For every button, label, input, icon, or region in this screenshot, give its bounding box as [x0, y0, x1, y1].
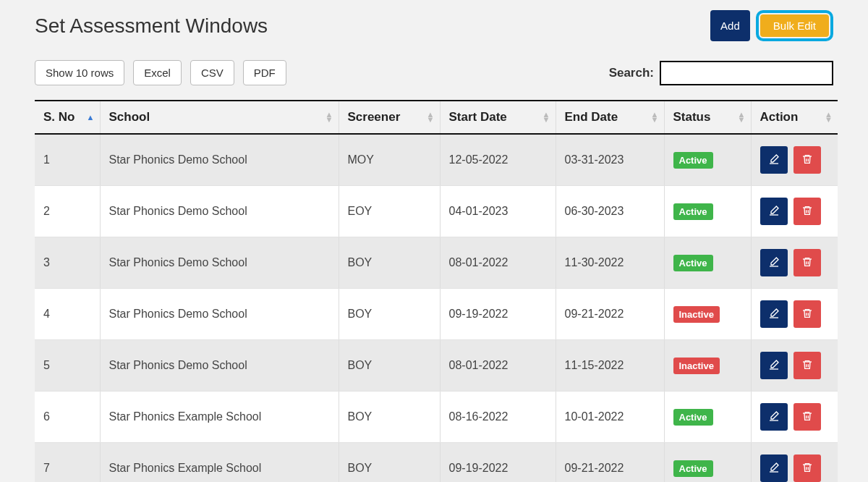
- sort-icon: ▲▼: [326, 112, 333, 122]
- table-row: 4Star Phonics Demo SchoolBOY09-19-202209…: [35, 289, 838, 340]
- col-header-action-label: Action: [760, 110, 799, 124]
- sort-icon: ▲▼: [825, 112, 832, 122]
- trash-icon: [801, 205, 813, 219]
- add-button[interactable]: Add: [710, 10, 750, 41]
- table-row: 3Star Phonics Demo SchoolBOY08-01-202211…: [35, 237, 838, 289]
- cell-action: [751, 443, 838, 483]
- show-rows-button[interactable]: Show 10 rows: [35, 60, 124, 85]
- cell-sno: 5: [35, 340, 100, 392]
- edit-icon: [768, 308, 780, 321]
- sort-icon: ▲▼: [651, 112, 658, 122]
- sort-asc-icon: ▲: [87, 115, 94, 120]
- edit-button[interactable]: [760, 454, 788, 482]
- edit-icon: [768, 256, 780, 270]
- cell-school: Star Phonics Example School: [100, 392, 339, 443]
- edit-button[interactable]: [760, 403, 788, 431]
- edit-icon: [768, 205, 780, 219]
- cell-action: [751, 186, 838, 237]
- status-badge: Active: [673, 203, 713, 220]
- cell-start-date: 09-19-2022: [440, 443, 556, 483]
- cell-school: Star Phonics Demo School: [100, 134, 339, 186]
- table-row: 2Star Phonics Demo SchoolEOY04-01-202306…: [35, 186, 838, 237]
- cell-end-date: 11-30-2022: [556, 237, 664, 289]
- col-header-screener-label: Screener: [348, 110, 401, 124]
- cell-screener: BOY: [339, 392, 440, 443]
- export-csv-button[interactable]: CSV: [190, 60, 234, 85]
- table-row: 1Star Phonics Demo SchoolMOY12-05-202203…: [35, 134, 838, 186]
- delete-button[interactable]: [793, 403, 821, 431]
- delete-button[interactable]: [793, 198, 821, 225]
- sort-icon: ▲▼: [427, 112, 434, 122]
- cell-end-date: 03-31-2023: [556, 134, 664, 186]
- col-header-end-label: End Date: [565, 110, 618, 124]
- edit-button[interactable]: [760, 198, 788, 225]
- export-excel-button[interactable]: Excel: [133, 60, 182, 85]
- sort-icon: ▲▼: [738, 112, 745, 122]
- cell-action: [751, 340, 838, 392]
- cell-school: Star Phonics Demo School: [100, 340, 339, 392]
- col-header-end[interactable]: End Date ▲▼: [556, 101, 664, 134]
- cell-sno: 2: [35, 186, 100, 237]
- cell-start-date: 09-19-2022: [440, 289, 556, 340]
- cell-action: [751, 134, 838, 186]
- delete-button[interactable]: [793, 146, 821, 174]
- cell-end-date: 09-21-2022: [556, 289, 664, 340]
- cell-status: Active: [664, 392, 751, 443]
- cell-screener: BOY: [339, 443, 440, 483]
- cell-action: [751, 392, 838, 443]
- edit-button[interactable]: [760, 352, 788, 379]
- search-label: Search:: [609, 66, 654, 80]
- col-header-status[interactable]: Status ▲▼: [664, 101, 751, 134]
- cell-screener: BOY: [339, 237, 440, 289]
- cell-screener: MOY: [339, 134, 440, 186]
- cell-school: Star Phonics Demo School: [100, 186, 339, 237]
- edit-button[interactable]: [760, 249, 788, 276]
- cell-sno: 4: [35, 289, 100, 340]
- cell-end-date: 09-21-2022: [556, 443, 664, 483]
- col-header-sno[interactable]: S. No ▲: [35, 101, 100, 134]
- delete-button[interactable]: [793, 352, 821, 379]
- col-header-action: Action ▲▼: [751, 101, 838, 134]
- status-badge: Active: [673, 409, 713, 426]
- status-badge: Inactive: [673, 358, 720, 374]
- cell-status: Inactive: [664, 289, 751, 340]
- edit-icon: [768, 410, 780, 424]
- cell-start-date: 08-01-2022: [440, 237, 556, 289]
- cell-start-date: 12-05-2022: [440, 134, 556, 186]
- cell-end-date: 11-15-2022: [556, 340, 664, 392]
- table-row: 5Star Phonics Demo SchoolBOY08-01-202211…: [35, 340, 838, 392]
- trash-icon: [801, 462, 813, 475]
- col-header-status-label: Status: [673, 110, 711, 124]
- bulk-edit-highlight: Bulk Edit: [756, 10, 833, 41]
- trash-icon: [801, 256, 813, 270]
- cell-status: Active: [664, 186, 751, 237]
- trash-icon: [801, 359, 813, 373]
- trash-icon: [801, 153, 813, 167]
- cell-start-date: 08-16-2022: [440, 392, 556, 443]
- sort-icon: ▲▼: [542, 112, 550, 122]
- status-badge: Active: [673, 460, 713, 477]
- trash-icon: [801, 308, 813, 321]
- edit-icon: [768, 359, 780, 373]
- col-header-start[interactable]: Start Date ▲▼: [440, 101, 556, 134]
- bulk-edit-button[interactable]: Bulk Edit: [760, 14, 829, 37]
- col-header-screener[interactable]: Screener ▲▼: [339, 101, 440, 134]
- cell-sno: 1: [35, 134, 100, 186]
- status-badge: Active: [673, 152, 713, 169]
- export-pdf-button[interactable]: PDF: [243, 60, 286, 85]
- search-input[interactable]: [660, 61, 833, 85]
- edit-icon: [768, 462, 780, 475]
- cell-sno: 7: [35, 443, 100, 483]
- delete-button[interactable]: [793, 249, 821, 276]
- cell-start-date: 04-01-2023: [440, 186, 556, 237]
- table-row: 7Star Phonics Example SchoolBOY09-19-202…: [35, 443, 838, 483]
- cell-status: Active: [664, 237, 751, 289]
- edit-button[interactable]: [760, 146, 788, 174]
- cell-screener: BOY: [339, 340, 440, 392]
- cell-status: Active: [664, 443, 751, 483]
- col-header-school[interactable]: School ▲▼: [100, 101, 339, 134]
- edit-button[interactable]: [760, 300, 788, 328]
- delete-button[interactable]: [793, 454, 821, 482]
- status-badge: Inactive: [673, 306, 720, 323]
- delete-button[interactable]: [793, 300, 821, 328]
